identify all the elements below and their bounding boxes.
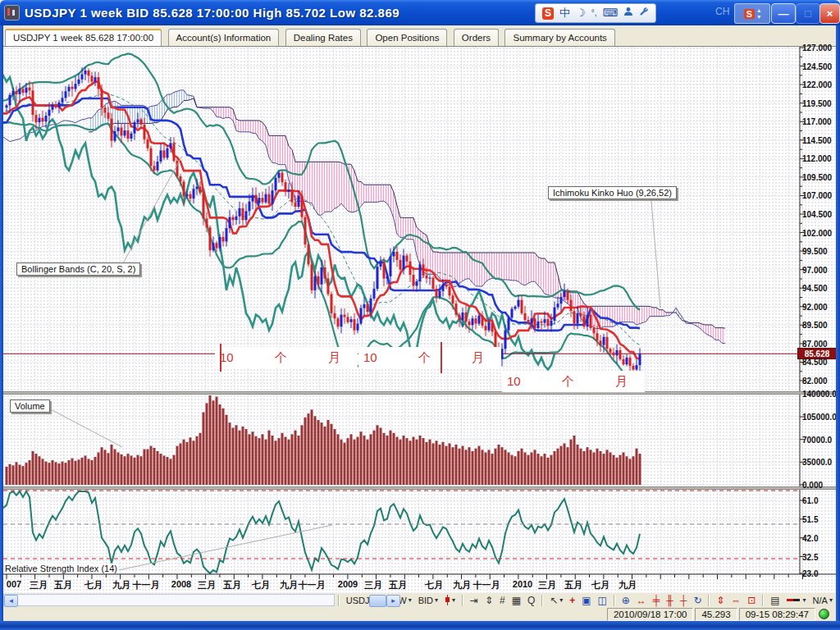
time-axis-tick: 三月 [30, 579, 48, 591]
scroll-left-button[interactable]: ◂ [4, 595, 18, 607]
price-axis-tick: 97.000 [802, 266, 828, 275]
time-axis-tick: 三月 [538, 579, 556, 591]
scale-one-to-one-vertical-button[interactable]: ⇕ [713, 595, 728, 606]
price-axis-tick: 127.000 [802, 43, 832, 52]
window-title: USDJPY 1 week BID 85.628 17:00:00 High 8… [25, 6, 399, 20]
price-axis-tick: 119.500 [802, 99, 832, 108]
maximize-button[interactable]: □ [796, 3, 820, 24]
price-axis-tick: 84.500 [802, 358, 828, 367]
close-button[interactable]: × [819, 3, 840, 24]
tab-accounts-information[interactable]: Account(s) Information [168, 29, 280, 46]
time-axis-tick: 七月 [84, 579, 103, 591]
minimize-button[interactable]: — [771, 3, 796, 24]
zoom-area-button[interactable]: ▦ [509, 595, 524, 606]
scroll-right-button[interactable]: ▸ [386, 595, 400, 607]
annotation-10-months-1[interactable]: 10 个 月 [215, 347, 358, 368]
pane-separator-rsi[interactable] [3, 486, 836, 490]
chevron-down-icon: ▾ [829, 596, 833, 604]
volume-label[interactable]: Volume [10, 399, 50, 413]
tab-usdjpy-chart[interactable]: USDJPY 1 week 85.628 17:00:00 [5, 29, 162, 46]
chart-horizontal-scrollbar[interactable]: ◂ ▸ [3, 594, 335, 606]
price-axis-tick: 122.000 [802, 80, 832, 89]
window-border-right [836, 25, 840, 621]
fit-vertical-scale-button[interactable]: ⇕ [482, 595, 496, 606]
expand-axis-button[interactable]: ╫ [663, 595, 677, 606]
scale-one-to-one-horizontal-button[interactable]: ⇔ [728, 595, 744, 606]
soft-keyboard-icon[interactable]: ⌨ [602, 5, 618, 21]
draw-shape-tool-button[interactable]: ▣ [578, 595, 594, 606]
candlestick-style-icon [445, 595, 450, 605]
tab-open-positions[interactable]: Open Positions [367, 29, 447, 46]
tab-orders[interactable]: Orders [454, 29, 499, 46]
title-bar[interactable]: USDJPY 1 week BID 85.628 17:00:00 High 8… [0, 0, 840, 25]
connection-status-icon [819, 609, 829, 619]
chevron-down-icon: ▾ [452, 596, 455, 604]
annotation-10-months-3[interactable]: 10 个 月 [502, 371, 645, 392]
line-style-dropdown[interactable]: ▾ [783, 596, 810, 604]
snap-to-latest-button[interactable]: ⇥ [467, 595, 482, 606]
background-window-title: CH [715, 6, 729, 17]
rsi-label[interactable]: Relative Strength Index (14) [3, 564, 119, 573]
chart-area[interactable]: 85.628 Bollinger Bands (C, 20, S, 2) Ich… [3, 47, 836, 593]
sogou-tray-icon[interactable]: S [744, 9, 755, 19]
volume-axis-tick: 35000.0 [802, 458, 832, 467]
language-bar-arrows-icon[interactable]: ▴▾ [757, 7, 760, 21]
rsi-axis-tick: 23.0 [802, 569, 818, 578]
ichimoku-label[interactable]: Ichimoku Kinko Huo (9,26,52) [548, 186, 677, 199]
time-axis-tick: 五月 [564, 579, 582, 591]
status-server-time: 09-15 08:29:47 [739, 608, 815, 621]
time-axis-tick: 五月 [223, 579, 241, 591]
line-style-icon [787, 599, 800, 601]
pointer-tool-dropdown[interactable]: ↖▾ [546, 595, 566, 606]
scale-one-to-one-button[interactable]: ⊡ [744, 595, 759, 606]
price-axis-tick: 124.500 [802, 62, 832, 71]
ime-language-bar[interactable]: S 中 ☽ °, ⌨ [535, 3, 656, 23]
bollinger-bands-label[interactable]: Bollinger Bands (C, 20, S, 2) [16, 262, 140, 276]
price-axis-tick: 104.500 [802, 210, 832, 219]
sogou-input-icon[interactable]: S [542, 7, 554, 20]
half-moon-icon[interactable]: ☽ [576, 5, 586, 21]
draw-frame-tool-button[interactable]: ◫ [595, 595, 610, 606]
tab-dealing-rates[interactable]: Dealing Rates [285, 29, 361, 46]
rsi-axis-tick: 32.5 [802, 553, 818, 562]
chinese-mode-icon[interactable]: 中 [559, 5, 570, 21]
rsi-axis-tick: 42.0 [802, 534, 818, 543]
toggle-grid-button[interactable]: # [496, 595, 509, 606]
crosshair-tool-button[interactable]: + [566, 595, 578, 606]
annotation-10-months-2[interactable]: 10 个 月 [358, 347, 501, 368]
price-axis-tick: 107.000 [802, 191, 832, 200]
price-axis-tick: 99.500 [802, 247, 828, 256]
scrollbar-thumb[interactable] [369, 595, 386, 607]
status-bar: 2010/09/18 17:00 45.293 09-15 08:29:47 [3, 607, 836, 621]
compress-horizontal-button[interactable]: ↔ [633, 595, 650, 606]
volume-axis-tick: 140000.0 [802, 390, 837, 399]
price-axis-tick: 114.500 [802, 136, 832, 145]
price-chart-canvas[interactable] [3, 47, 836, 593]
tab-summary-by-accounts[interactable]: Summary by Accounts [504, 29, 614, 46]
refresh-chart-button[interactable]: ↻ [690, 595, 705, 606]
overlay-symbol-dropdown[interactable]: N/A▾ [810, 596, 836, 605]
time-axis-tick: 2010 [513, 579, 532, 589]
move-axis-button[interactable]: ╪ [650, 595, 664, 606]
time-axis-tick: 七月 [591, 579, 609, 591]
price-axis-tick: 87.000 [802, 340, 828, 349]
reset-axis-button[interactable]: ┼ [677, 595, 691, 606]
time-axis-tick: 十一月 [133, 579, 160, 591]
language-bar-chip[interactable]: S ▴▾ [734, 3, 770, 24]
price-type-dropdown[interactable]: BID▾ [415, 596, 441, 605]
report-button[interactable]: ▤ [767, 595, 783, 606]
wrench-settings-icon[interactable] [639, 5, 649, 21]
price-axis-tick: 82.000 [802, 377, 828, 386]
chart-toolbar: ◂ ▸ USDJPY▾ 1W▾ BID▾ ▾ ⇥ ⇕ # ▦ Q ↖▾ + ▣ … [3, 593, 836, 607]
pane-separator-volume[interactable] [3, 391, 836, 395]
rsi-axis-tick: 61.0 [802, 496, 818, 505]
quote-window-button[interactable]: Q [524, 595, 538, 606]
zoom-in-button[interactable]: ⊕ [619, 595, 633, 606]
volume-axis-tick: 105000.0 [802, 413, 837, 422]
punctuation-mode-icon[interactable]: °, [591, 5, 597, 21]
price-axis-tick: 94.500 [802, 284, 828, 293]
chart-style-dropdown[interactable]: ▾ [441, 595, 459, 605]
time-axis-tick: 九月 [619, 579, 637, 591]
user-profile-icon[interactable] [623, 5, 633, 21]
price-axis-tick: 117.000 [802, 117, 832, 126]
